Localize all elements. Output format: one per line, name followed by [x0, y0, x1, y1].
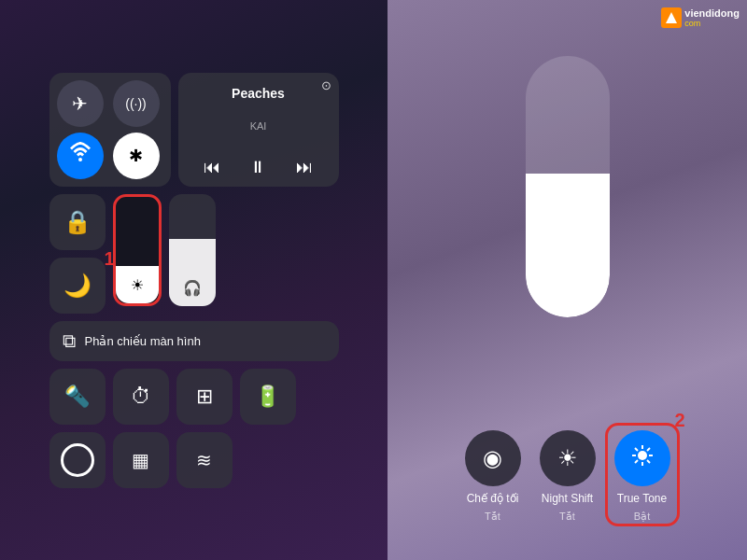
timer-icon: ⏱ [131, 385, 151, 409]
qr-icon: ▦ [132, 449, 149, 471]
night-shift-icon: ☀ [557, 445, 578, 471]
network-group: ✈ ((·)) [49, 73, 171, 187]
svg-line-11 [635, 460, 638, 463]
battery-button[interactable]: 🔋 [240, 369, 296, 425]
brightness-icon: ☀ [131, 276, 144, 294]
calculator-button[interactable]: ⊞ [176, 369, 233, 425]
artist-name: KAI [190, 120, 328, 132]
watermark-domain: com [684, 20, 740, 28]
true-tone-label: True Tone [617, 492, 667, 505]
control-center-panel: ✈ ((·)) [0, 0, 388, 560]
watermark-logo-icon [661, 7, 682, 28]
watermark-brand: viendidong [684, 7, 740, 19]
svg-line-9 [647, 460, 650, 463]
wifi-button[interactable] [57, 133, 104, 179]
screen-mirror-button[interactable]: ⧉ Phản chiếu màn hình [49, 321, 339, 361]
cellular-button[interactable]: ((·)) [113, 80, 160, 127]
bluetooth-button[interactable]: ✱ [113, 133, 160, 179]
flashlight-button[interactable]: 🔦 [49, 369, 106, 425]
dark-mode-status: Tắt [485, 511, 500, 523]
night-shift-option[interactable]: ☀ Night Shift Tắt [540, 430, 596, 523]
true-tone-icon [630, 443, 655, 473]
dark-mode-icon: ◉ [483, 445, 502, 471]
true-tone-button[interactable] [614, 430, 670, 486]
svg-point-3 [638, 451, 647, 460]
display-options-row: ◉ Chế độ tối Tắt ☀ Night Shift Tắt [388, 430, 747, 523]
flashlight-icon: 🔦 [64, 385, 90, 409]
calculator-icon: ⊞ [196, 385, 213, 409]
airplane-mode-button[interactable]: ✈ [57, 80, 104, 127]
svg-line-8 [635, 448, 638, 451]
svg-line-10 [647, 448, 650, 451]
waveform-icon: ≋ [196, 449, 212, 471]
big-brightness-slider[interactable] [526, 56, 610, 317]
record-icon [61, 443, 94, 477]
true-tone-option[interactable]: True Tone Bật 2 [614, 430, 670, 523]
true-tone-status: Bật [634, 511, 650, 523]
voice-memos-button[interactable]: ≋ [176, 432, 233, 488]
headphones-icon: 🎧 [183, 279, 202, 297]
night-shift-status: Tắt [559, 511, 575, 523]
brightness-slider[interactable]: ☀ [113, 194, 162, 306]
dark-mode-button[interactable]: ◉ [465, 430, 521, 486]
track-name: Peaches [190, 86, 328, 101]
moon-icon: 🌙 [63, 273, 92, 299]
dark-mode-label: Chế độ tối [467, 492, 519, 505]
cellular-icon: ((·)) [125, 96, 147, 111]
night-shift-button[interactable]: ☀ [540, 430, 596, 486]
pause-button[interactable]: ⏸ [249, 158, 266, 177]
watermark: viendidong com [661, 7, 740, 28]
lock-rotation-icon: 🔒 [63, 209, 92, 235]
svg-point-2 [78, 158, 82, 161]
playback-controls: ⏮ ⏸ ⏭ [190, 158, 328, 177]
step-badge-2: 2 [674, 410, 684, 431]
brightness-expanded-panel: ◉ Chế độ tối Tắt ☀ Night Shift Tắt [388, 0, 747, 560]
timer-button[interactable]: ⏱ [113, 369, 169, 425]
night-shift-label: Night Shift [542, 492, 593, 505]
screen-record-button[interactable] [49, 432, 106, 488]
next-button[interactable]: ⏭ [296, 158, 313, 177]
airplay-icon[interactable]: ⊙ [321, 78, 331, 92]
bluetooth-icon: ✱ [129, 146, 143, 166]
prev-button[interactable]: ⏮ [204, 158, 220, 177]
now-playing-widget[interactable]: ⊙ Peaches KAI ⏮ ⏸ ⏭ [178, 73, 339, 187]
do-not-disturb-button[interactable]: 🌙 1 [49, 258, 106, 314]
mirror-icon: ⧉ [63, 330, 76, 352]
screen-lock-button[interactable]: 🔒 [49, 194, 106, 250]
qr-scanner-button[interactable]: ▦ [113, 432, 169, 488]
airplane-icon: ✈ [72, 92, 88, 115]
dark-mode-option[interactable]: ◉ Chế độ tối Tắt [465, 430, 521, 523]
volume-slider[interactable]: 🎧 [169, 194, 216, 306]
mirror-label: Phản chiếu màn hình [85, 334, 201, 348]
battery-icon: 🔋 [255, 385, 280, 409]
brightness-level [526, 174, 610, 317]
wifi-icon [69, 142, 92, 169]
